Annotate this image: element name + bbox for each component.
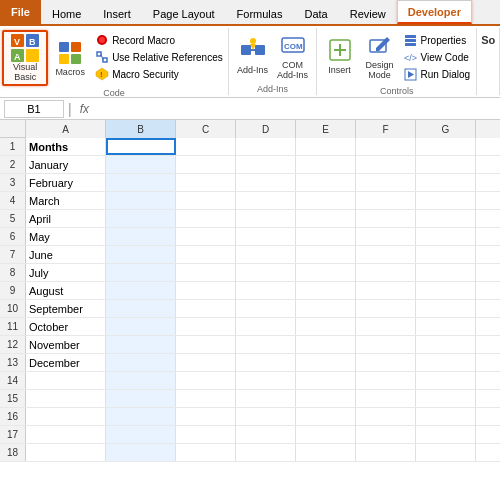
cell-E16[interactable] bbox=[296, 408, 356, 425]
cell-E7[interactable] bbox=[296, 246, 356, 263]
cell-E5[interactable] bbox=[296, 210, 356, 227]
cell-G11[interactable] bbox=[416, 318, 476, 335]
cell-G15[interactable] bbox=[416, 390, 476, 407]
cell-B15[interactable] bbox=[106, 390, 176, 407]
run-dialog-button[interactable]: Run Dialog bbox=[401, 66, 473, 82]
cell-D16[interactable] bbox=[236, 408, 296, 425]
cell-G4[interactable] bbox=[416, 192, 476, 209]
cell-C4[interactable] bbox=[176, 192, 236, 209]
cell-H14[interactable] bbox=[476, 372, 500, 389]
cell-C3[interactable] bbox=[176, 174, 236, 191]
cell-E1[interactable] bbox=[296, 138, 356, 155]
cell-H8[interactable] bbox=[476, 264, 500, 281]
col-header-a[interactable]: A bbox=[26, 120, 106, 138]
cell-F2[interactable] bbox=[356, 156, 416, 173]
col-header-h[interactable]: H bbox=[476, 120, 500, 138]
cell-B17[interactable] bbox=[106, 426, 176, 443]
cell-D12[interactable] bbox=[236, 336, 296, 353]
cell-D14[interactable] bbox=[236, 372, 296, 389]
cell-C18[interactable] bbox=[176, 444, 236, 461]
cell-C7[interactable] bbox=[176, 246, 236, 263]
cell-C14[interactable] bbox=[176, 372, 236, 389]
cell-A13[interactable]: December bbox=[26, 354, 106, 371]
cell-G12[interactable] bbox=[416, 336, 476, 353]
cell-A7[interactable]: June bbox=[26, 246, 106, 263]
cell-H18[interactable] bbox=[476, 444, 500, 461]
cell-reference-input[interactable] bbox=[4, 100, 64, 118]
cell-C5[interactable] bbox=[176, 210, 236, 227]
cell-H16[interactable] bbox=[476, 408, 500, 425]
cell-G9[interactable] bbox=[416, 282, 476, 299]
cell-G18[interactable] bbox=[416, 444, 476, 461]
cell-G8[interactable] bbox=[416, 264, 476, 281]
cell-F16[interactable] bbox=[356, 408, 416, 425]
cell-C12[interactable] bbox=[176, 336, 236, 353]
cell-D13[interactable] bbox=[236, 354, 296, 371]
cell-A8[interactable]: July bbox=[26, 264, 106, 281]
design-mode-button[interactable]: Design Mode bbox=[361, 30, 399, 82]
cell-B12[interactable] bbox=[106, 336, 176, 353]
use-relative-references-button[interactable]: Use Relative References bbox=[92, 49, 226, 65]
cell-D3[interactable] bbox=[236, 174, 296, 191]
cell-G1[interactable] bbox=[416, 138, 476, 155]
cell-C1[interactable] bbox=[176, 138, 236, 155]
cell-E14[interactable] bbox=[296, 372, 356, 389]
tab-page-layout[interactable]: Page Layout bbox=[142, 2, 226, 24]
cell-H12[interactable] bbox=[476, 336, 500, 353]
cell-E11[interactable] bbox=[296, 318, 356, 335]
cell-D10[interactable] bbox=[236, 300, 296, 317]
cell-E15[interactable] bbox=[296, 390, 356, 407]
cell-F17[interactable] bbox=[356, 426, 416, 443]
cell-A16[interactable] bbox=[26, 408, 106, 425]
cell-A4[interactable]: March bbox=[26, 192, 106, 209]
cell-H7[interactable] bbox=[476, 246, 500, 263]
cell-C10[interactable] bbox=[176, 300, 236, 317]
cell-A9[interactable]: August bbox=[26, 282, 106, 299]
cell-D8[interactable] bbox=[236, 264, 296, 281]
tab-review[interactable]: Review bbox=[339, 2, 397, 24]
cell-F6[interactable] bbox=[356, 228, 416, 245]
col-header-d[interactable]: D bbox=[236, 120, 296, 138]
cell-A14[interactable] bbox=[26, 372, 106, 389]
col-header-b[interactable]: B bbox=[106, 120, 176, 138]
cell-B8[interactable] bbox=[106, 264, 176, 281]
record-macro-button[interactable]: Record Macro bbox=[92, 32, 226, 48]
cell-D17[interactable] bbox=[236, 426, 296, 443]
tab-home[interactable]: Home bbox=[41, 2, 92, 24]
cell-F15[interactable] bbox=[356, 390, 416, 407]
cell-H17[interactable] bbox=[476, 426, 500, 443]
cell-D7[interactable] bbox=[236, 246, 296, 263]
tab-file[interactable]: File bbox=[0, 0, 41, 24]
cell-C13[interactable] bbox=[176, 354, 236, 371]
cell-D15[interactable] bbox=[236, 390, 296, 407]
tab-formulas[interactable]: Formulas bbox=[226, 2, 294, 24]
cell-A11[interactable]: October bbox=[26, 318, 106, 335]
col-header-g[interactable]: G bbox=[416, 120, 476, 138]
cell-A2[interactable]: January bbox=[26, 156, 106, 173]
formula-input[interactable] bbox=[97, 100, 496, 118]
cell-D4[interactable] bbox=[236, 192, 296, 209]
cell-E3[interactable] bbox=[296, 174, 356, 191]
cell-F1[interactable] bbox=[356, 138, 416, 155]
cell-B10[interactable] bbox=[106, 300, 176, 317]
cell-A6[interactable]: May bbox=[26, 228, 106, 245]
cell-G2[interactable] bbox=[416, 156, 476, 173]
insert-button[interactable]: Insert bbox=[321, 30, 359, 82]
cell-A18[interactable] bbox=[26, 444, 106, 461]
col-header-f[interactable]: F bbox=[356, 120, 416, 138]
cell-E10[interactable] bbox=[296, 300, 356, 317]
cell-E13[interactable] bbox=[296, 354, 356, 371]
cell-F4[interactable] bbox=[356, 192, 416, 209]
cell-H6[interactable] bbox=[476, 228, 500, 245]
cell-F7[interactable] bbox=[356, 246, 416, 263]
cell-F5[interactable] bbox=[356, 210, 416, 227]
cell-C8[interactable] bbox=[176, 264, 236, 281]
cell-G16[interactable] bbox=[416, 408, 476, 425]
cell-B9[interactable] bbox=[106, 282, 176, 299]
cell-D18[interactable] bbox=[236, 444, 296, 461]
cell-H15[interactable] bbox=[476, 390, 500, 407]
cell-C11[interactable] bbox=[176, 318, 236, 335]
tab-insert[interactable]: Insert bbox=[92, 2, 142, 24]
cell-D1[interactable] bbox=[236, 138, 296, 155]
cell-H3[interactable] bbox=[476, 174, 500, 191]
